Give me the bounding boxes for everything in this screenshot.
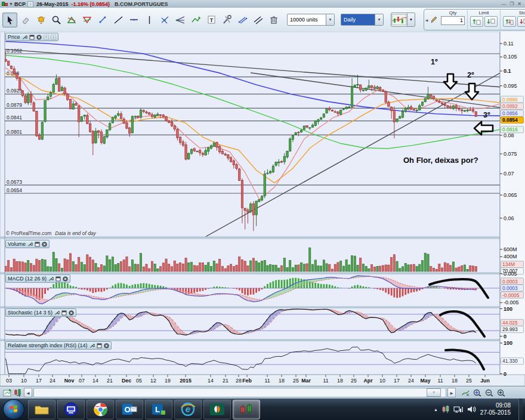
sell-limit-button[interactable] <box>484 16 498 27</box>
close-pane-icon[interactable] <box>63 276 68 282</box>
taskbar-app-chrome[interactable] <box>87 400 114 419</box>
svg-text:May: May <box>420 378 430 384</box>
info-icon[interactable]: i <box>27 1 33 7</box>
window-icon[interactable] <box>29 35 35 40</box>
wrench-icon[interactable] <box>27 242 33 247</box>
svg-text:11: 11 <box>437 378 443 384</box>
tool-pattern-bullish-button[interactable] <box>64 13 79 27</box>
candle-zoom-icon[interactable] <box>13 388 23 397</box>
volume-pane-title: Volume <box>8 241 26 247</box>
chart-canvas[interactable]: 0.10620.0980.09230.08790.08410.08010.067… <box>0 32 525 386</box>
taskbar-app-remote-desktop[interactable] <box>57 400 85 419</box>
restore-view-icon[interactable] <box>2 388 12 397</box>
quote-change: -1.16% (0.0854) <box>72 1 110 7</box>
close-icon[interactable]: ✕ <box>517 1 521 7</box>
window-icon[interactable] <box>61 310 67 316</box>
pitchfork-icon <box>175 14 186 25</box>
window-icon[interactable] <box>97 343 102 348</box>
svg-text:0.11: 0.11 <box>504 41 514 47</box>
tool-alarm-button[interactable] <box>33 13 48 27</box>
tool-crossing-lines-button[interactable] <box>158 13 172 27</box>
taskbar-app-internet-explorer[interactable]: e <box>174 400 202 419</box>
volume-icon[interactable] <box>467 405 476 413</box>
time-scrollbar[interactable]: ≡ <box>33 388 446 397</box>
wrench-icon[interactable] <box>54 310 60 316</box>
chart-style-dropdown[interactable]: ▼ <box>391 13 415 27</box>
minimize-icon[interactable]: — <box>501 1 506 7</box>
start-button[interactable] <box>3 399 24 419</box>
stop-sell-button[interactable] <box>517 16 525 27</box>
tool-drawing-settings-button[interactable] <box>220 13 234 27</box>
tool-measure-button[interactable] <box>235 13 250 27</box>
taskbar-app-prorealtime[interactable] <box>233 400 260 419</box>
svg-text:0.0673: 0.0673 <box>7 179 22 185</box>
svg-text:0.0896: 0.0896 <box>502 97 518 103</box>
symbol-dropdown-icon[interactable]: ▼ <box>9 2 13 6</box>
close-pane-icon[interactable] <box>104 343 109 348</box>
svg-text:100: 100 <box>504 306 512 312</box>
tool-pattern-bearish-button[interactable] <box>80 13 95 27</box>
buy-limit-button[interactable] <box>470 16 483 27</box>
stochastic-pane-tab[interactable]: Stochastic (14 3 5) <box>5 308 76 317</box>
price-pane-tab[interactable]: Price <box>5 33 58 41</box>
tool-parallel-lines-button[interactable] <box>251 13 265 27</box>
wrench-icon[interactable] <box>22 35 27 40</box>
timeframe-combobox[interactable]: Daily ▼ <box>341 14 384 26</box>
order-edit-icon[interactable] <box>429 10 438 29</box>
taskbar-clock[interactable]: 09:08 27-05-2015 <box>480 402 514 416</box>
units-combobox[interactable]: 10000 units ▼ <box>287 14 335 26</box>
wrench-icon[interactable] <box>89 343 95 348</box>
zoom-in-icon[interactable] <box>496 388 506 397</box>
window-icon[interactable] <box>35 242 40 247</box>
tool-text-note-button[interactable]: T <box>204 13 219 27</box>
close-pane-icon[interactable] <box>42 242 47 247</box>
svg-text:0: 0 <box>504 371 507 377</box>
chart-settings-icon[interactable] <box>461 388 470 397</box>
svg-text:-0.0005: -0.0005 <box>502 292 520 298</box>
move-pane-up-icon[interactable] <box>44 35 49 40</box>
tool-pitchfork-button[interactable] <box>173 13 188 27</box>
tool-zoom-area-button[interactable] <box>49 13 64 27</box>
chevron-down-icon[interactable]: ▼ <box>375 14 383 25</box>
tool-eraser-button[interactable] <box>18 13 33 27</box>
rsi-pane-tab[interactable]: Relative strength index (RSI) (14) <box>5 341 112 350</box>
drawing-toolbar: T 10000 units ▼ Daily ▼ ▼ ◀ Qty <box>0 8 525 32</box>
close-pane-icon[interactable] <box>69 310 74 316</box>
restore-icon[interactable]: ❐ <box>509 1 514 7</box>
hidden-icons-button[interactable]: ▲ <box>434 407 438 412</box>
move-pane-down-icon[interactable] <box>51 35 56 40</box>
macd-pane-tab[interactable]: MACD (12 26 9) <box>5 274 70 283</box>
eraser-icon <box>20 14 31 25</box>
chevron-down-icon[interactable]: ▼ <box>326 14 334 25</box>
tool-trendline-button[interactable] <box>111 13 126 27</box>
chevron-down-icon[interactable]: ▼ <box>407 13 415 26</box>
tool-zigzag-button[interactable] <box>189 13 203 27</box>
tool-segment-button[interactable] <box>95 13 110 27</box>
tool-delete-drawings-button[interactable] <box>266 13 281 27</box>
scroll-right-button[interactable]: ▶ <box>447 388 456 397</box>
scrollbar-thumb[interactable]: ≡ <box>427 388 441 397</box>
volume-pane-tab[interactable]: Volume <box>5 240 50 248</box>
zoom-fit-icon[interactable] <box>472 388 482 397</box>
taskbar-app-outlook[interactable]: O <box>116 400 143 419</box>
qty-input[interactable]: 1 <box>441 16 465 25</box>
collapse-order-panel-icon[interactable]: ◀ <box>424 10 429 29</box>
scroll-left-button[interactable]: ◀ <box>24 388 32 397</box>
svg-text:2015: 2015 <box>180 378 192 384</box>
tool-select-cursor-button[interactable] <box>2 13 17 27</box>
window-icon[interactable] <box>55 276 61 282</box>
tool-horizontal-line-button[interactable] <box>126 13 141 27</box>
taskbar-app-explorer[interactable] <box>28 400 55 419</box>
wrench-icon[interactable] <box>48 276 54 282</box>
network-icon[interactable] <box>453 405 463 413</box>
stop-buy-button[interactable] <box>503 16 516 27</box>
prorealtime-tray-icon[interactable] <box>442 405 449 413</box>
taskbar-app-sage[interactable] <box>203 400 231 419</box>
svg-text:41.330: 41.330 <box>502 358 518 364</box>
zoom-out-icon[interactable] <box>484 388 494 397</box>
close-pane-icon[interactable] <box>36 35 42 40</box>
show-desktop-button[interactable] <box>518 399 523 420</box>
taskbar-app-lync[interactable]: L <box>145 400 172 419</box>
tool-vertical-line-button[interactable] <box>142 13 157 27</box>
svg-text:0.08: 0.08 <box>504 132 514 138</box>
